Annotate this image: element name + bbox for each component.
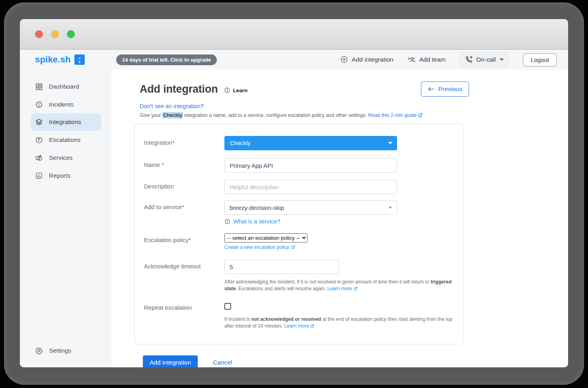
integrations-layers-icon: [35, 118, 43, 126]
intro-prefix: Give your: [140, 113, 162, 118]
ack-timeout-input[interactable]: [224, 260, 339, 274]
sidebar-item-label: Escalations: [49, 136, 80, 144]
trial-upgrade-badge[interactable]: 14 days of trial left. Click to upgrade: [116, 54, 217, 65]
repeat-escalation-checkbox[interactable]: [224, 303, 231, 310]
policy-field-label: Escalation policy*: [144, 233, 224, 250]
cancel-link[interactable]: Cancel: [213, 359, 232, 366]
integration-select[interactable]: Checkly: [224, 136, 397, 150]
sidebar-item-label: Integrations: [49, 118, 81, 126]
chevron-down-icon: [388, 142, 392, 144]
ack-timeout-field-label: Acknowledge timeout: [144, 260, 224, 292]
window-titlebar: [20, 19, 568, 50]
sidebar-item-label: Dashboard: [49, 83, 79, 90]
sidebar-item-incidents[interactable]: Incidents: [20, 95, 111, 113]
add-team-button[interactable]: Add team: [407, 56, 446, 64]
logout-button[interactable]: Logout: [523, 53, 557, 66]
service-select-value: breezy-decision-skip: [230, 204, 284, 211]
repeat-helper-bold: not acknowledged or resolved: [251, 316, 321, 322]
services-shapes-icon: [35, 154, 43, 162]
sidebar: Dashboard Incidents Integrations Escalat…: [20, 70, 111, 367]
add-integration-topbar-button[interactable]: Add integration: [340, 56, 393, 64]
sidebar-item-label: Settings: [49, 347, 71, 354]
ack-helper-part1: After acknowledging the incident, if it …: [224, 279, 430, 285]
arrow-left-icon: [428, 86, 434, 92]
learn-label: Learn: [233, 87, 247, 93]
what-is-service-link[interactable]: What is a service?: [224, 218, 397, 225]
intro-suffix: integration a name, add to a service, co…: [183, 113, 368, 118]
logo-text: spike.sh: [35, 54, 71, 65]
name-field-label: Name *: [144, 158, 224, 173]
create-escalation-policy-link[interactable]: Create a new escalation policy: [224, 244, 397, 250]
reports-chart-icon: [35, 172, 43, 180]
minimize-window-button[interactable]: [51, 30, 59, 38]
logo[interactable]: spike.sh ;: [20, 54, 111, 65]
sidebar-item-reports[interactable]: Reports: [20, 167, 111, 184]
description-field-label: Description: [144, 180, 224, 194]
service-field-label: Add to service*: [144, 200, 224, 225]
app-window: spike.sh ; 14 days of trial left. Click …: [20, 19, 568, 367]
description-input[interactable]: [224, 180, 397, 194]
phone-plus-icon: [465, 56, 473, 64]
sidebar-item-escalations[interactable]: Escalations: [20, 131, 111, 149]
sidebar-item-label: Services: [49, 154, 72, 161]
add-team-label: Add team: [419, 56, 446, 63]
on-call-label: On-call: [476, 56, 496, 63]
sidebar-item-settings[interactable]: Settings: [20, 341, 111, 359]
escalation-policy-select[interactable]: -- select an escalation policy --: [224, 233, 308, 242]
repeat-learn-more-link[interactable]: Learn more: [284, 323, 309, 329]
name-input[interactable]: [224, 158, 397, 173]
main-content: Add integration Learn Previous Don't see…: [111, 70, 568, 367]
integration-select-value: Checkly: [230, 140, 251, 146]
repeat-escalation-field-label: Repeat escalation: [144, 301, 224, 330]
intro-text: Give your Checkly integration a name, ad…: [140, 113, 568, 118]
sidebar-item-label: Reports: [49, 172, 70, 179]
ack-timeout-helper-text: After acknowledging the incident, if it …: [224, 279, 454, 292]
sidebar-item-label: Incidents: [49, 101, 74, 108]
logo-mark-icon: ;: [74, 54, 85, 65]
info-icon: [224, 87, 230, 93]
add-integration-submit-button[interactable]: Add integration: [143, 355, 198, 367]
person-plus-icon: [407, 56, 416, 64]
sidebar-item-integrations[interactable]: Integrations: [31, 113, 101, 131]
sidebar-item-services[interactable]: Services: [20, 149, 111, 167]
service-select[interactable]: breezy-decision-skip: [224, 200, 397, 215]
external-link-icon: [310, 324, 314, 328]
ack-helper-part2: . Escalations and alerts will resume aga…: [236, 286, 327, 291]
create-escalation-policy-label: Create a new escalation policy: [224, 244, 289, 250]
sidebar-item-dashboard[interactable]: Dashboard: [20, 78, 111, 95]
chevron-down-icon: [389, 207, 392, 209]
chevron-down-icon: [500, 58, 504, 61]
external-link-icon: [418, 113, 423, 117]
maximize-window-button[interactable]: [67, 30, 75, 38]
integration-field-label: Integration*: [144, 136, 224, 150]
dont-see-integration-link[interactable]: Don't see an integration?: [140, 103, 568, 109]
two-min-guide-link[interactable]: Read this 2-min guide: [368, 113, 417, 118]
repeat-escalation-helper-text: If incident is not acknowledged or resol…: [224, 316, 454, 330]
external-link-icon: [354, 287, 358, 291]
ack-learn-more-link[interactable]: Learn more: [327, 286, 352, 291]
circle-plus-icon: [340, 56, 348, 64]
gear-icon: [35, 347, 43, 355]
app-topbar: spike.sh ; 14 days of trial left. Click …: [20, 50, 568, 70]
previous-label: Previous: [438, 85, 462, 93]
dashboard-grid-icon: [35, 83, 43, 91]
close-window-button[interactable]: [35, 30, 43, 38]
page-title: Add integration: [140, 83, 218, 95]
incidents-badge-icon: [35, 101, 43, 109]
learn-link[interactable]: Learn: [224, 87, 247, 93]
escalations-arrow-icon: [35, 136, 43, 144]
what-is-service-label: What is a service?: [233, 218, 280, 225]
intro-highlight: Checkly: [162, 112, 183, 118]
external-link-icon: [291, 245, 295, 249]
add-integration-topbar-label: Add integration: [352, 56, 393, 63]
info-icon: [224, 219, 230, 225]
on-call-dropdown[interactable]: On-call: [459, 52, 509, 68]
repeat-helper-part1: If incident is: [224, 316, 251, 322]
previous-button[interactable]: Previous: [421, 81, 469, 97]
integration-form-card: Integration* Checkly Name * De: [134, 124, 463, 344]
